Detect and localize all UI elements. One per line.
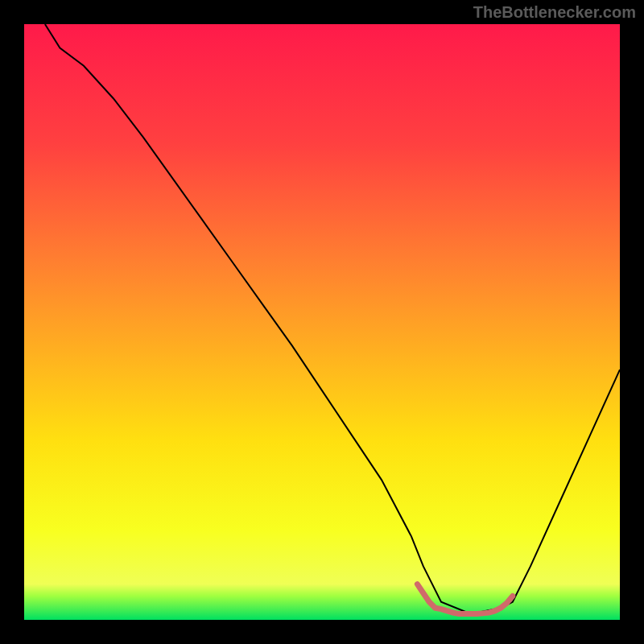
gradient-background: [24, 24, 620, 620]
plot-area: [24, 24, 620, 620]
chart-svg: [24, 24, 620, 620]
chart-container: TheBottleneсker.com: [0, 0, 644, 644]
watermark-text: TheBottleneсker.com: [473, 3, 636, 22]
